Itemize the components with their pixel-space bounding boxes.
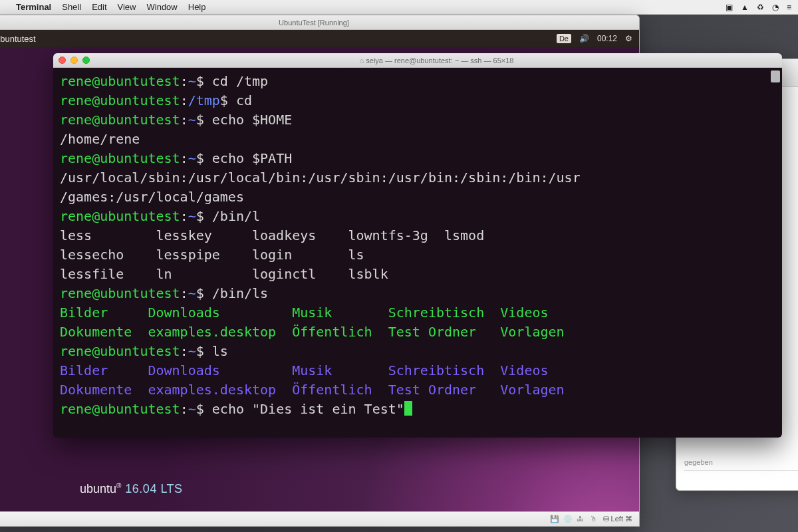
menu-view[interactable]: View [118,2,136,12]
terminal-title: ⌂ seiya — rene@ubuntutest: ~ — ssh — 65×… [96,57,777,65]
terminal-line: /usr/local/sbin:/usr/local/bin:/usr/sbin… [60,168,775,188]
minimize-icon[interactable] [70,57,78,64]
ubuntu-topbar-title: ubuntutest [0,34,36,44]
status-icon[interactable]: ♻ [757,3,764,12]
menu-edit[interactable]: Edit [92,2,106,12]
cursor [404,401,412,416]
terminal-line: rene@ubuntutest:~$ cd /tmp [60,72,775,91]
vbox-hostkey: ⛁ Left ⌘ [603,515,632,523]
virtualbox-statusbar: 💾 💿 🖧 🖱 ⛁ Left ⌘ [0,511,639,526]
terminal-line: rene@ubuntutest:~$ echo $PATH [60,149,775,168]
terminal-line: Bilder Downloads Musik Schreibtisch Vide… [60,361,775,380]
virtualbox-titlebar[interactable]: UbuntuTest [Running] [0,15,639,30]
status-icon[interactable]: ◔ [772,3,779,12]
terminal-line: lessfile ln loginctl lsblk [60,265,775,284]
mac-menubar: Terminal Shell Edit View Window Help ▣ ▲… [0,0,798,15]
terminal-line: rene@ubuntutest:~$ echo "Dies ist ein Te… [60,400,775,419]
terminal-line: rene@ubuntutest:~$ /bin/l [60,207,775,226]
vbox-status-icon: 💿 [563,515,573,524]
terminal-line: rene@ubuntutest:~$ ls [60,342,775,361]
scrollbar-thumb[interactable] [771,70,780,82]
terminal-line: Dokumente examples.desktop Öffentlich Te… [60,323,775,342]
keyboard-indicator[interactable]: De [557,34,571,43]
terminal-line: Bilder Downloads Musik Schreibtisch Vide… [60,303,775,323]
clock[interactable]: 00:12 [597,34,617,43]
terminal-line: rene@ubuntutest:/tmp$ cd [60,91,775,110]
zoom-icon[interactable] [82,57,90,64]
vbox-status-icon: 🖧 [577,515,586,524]
ubuntu-topbar: ubuntutest De 🔊 00:12 ⚙ [0,30,639,47]
terminal-line: lessecho lesspipe login ls [60,245,775,265]
terminal-line: /games:/usr/local/games [60,188,775,207]
virtualbox-title: UbuntuTest [Running] [279,19,349,27]
menu-window[interactable]: Window [147,2,178,12]
status-icon[interactable]: ≡ [787,3,791,12]
terminal-line: Dokumente examples.desktop Öffentlich Te… [60,380,775,400]
volume-icon[interactable]: 🔊 [579,34,589,43]
menu-app[interactable]: Terminal [16,2,51,12]
background-window-text: gegeben [684,454,798,471]
vbox-status-icon: 🖱 [590,515,599,524]
terminal-window[interactable]: ⌂ seiya — rene@ubuntutest: ~ — ssh — 65×… [53,53,782,438]
status-icon[interactable]: ▲ [741,3,749,12]
menu-help[interactable]: Help [188,2,206,12]
terminal-line: rene@ubuntutest:~$ echo $HOME [60,110,775,130]
close-icon[interactable] [59,57,66,64]
vbox-status-icon: 💾 [550,515,559,524]
ubuntu-brand: ubuntu®16.04 LTS [80,482,183,496]
status-icon[interactable]: ▣ [726,3,733,12]
gear-icon[interactable]: ⚙ [625,34,632,43]
menu-shell[interactable]: Shell [62,2,81,12]
terminal-titlebar[interactable]: ⌂ seiya — rene@ubuntutest: ~ — ssh — 65×… [53,53,782,68]
terminal-body[interactable]: rene@ubuntutest:~$ cd /tmprene@ubuntutes… [53,68,782,438]
terminal-line: rene@ubuntutest:~$ /bin/ls [60,284,775,303]
terminal-line: /home/rene [60,130,775,149]
terminal-line: less lesskey loadkeys lowntfs-3g lsmod [60,226,775,245]
